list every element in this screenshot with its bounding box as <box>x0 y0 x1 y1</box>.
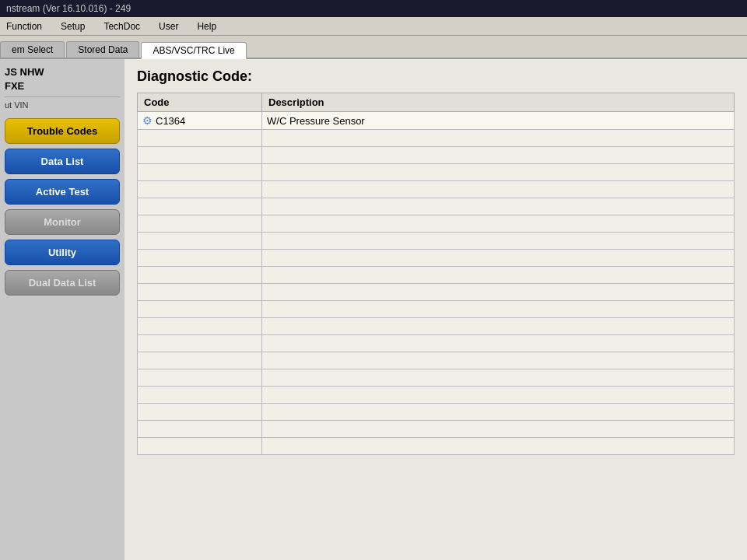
active-test-button[interactable]: Active Test <box>5 179 120 205</box>
cell-code <box>138 215 262 233</box>
vin-label: ut VIN <box>5 96 120 110</box>
cell-code <box>138 233 262 250</box>
cell-code <box>138 267 262 284</box>
col-header-code: Code <box>138 93 262 112</box>
menu-user[interactable]: User <box>156 20 181 33</box>
table-row[interactable]: ⚙C1364W/C Pressure Sensor <box>138 112 735 130</box>
cell-description <box>262 198 735 215</box>
cell-description <box>262 387 735 404</box>
menu-techdoc[interactable]: TechDoc <box>100 20 143 33</box>
cell-description <box>262 301 735 318</box>
table-row <box>138 198 735 215</box>
menu-setup[interactable]: Setup <box>58 20 88 33</box>
cell-code: ⚙C1364 <box>138 112 262 130</box>
cell-code <box>138 301 262 318</box>
table-row <box>138 267 735 284</box>
table-row <box>138 284 735 301</box>
cell-code <box>138 284 262 301</box>
table-row <box>138 404 735 421</box>
utility-button[interactable]: Utility <box>5 240 120 265</box>
cell-code <box>138 387 262 404</box>
table-row <box>138 301 735 318</box>
cell-code <box>138 164 262 181</box>
menu-function[interactable]: Function <box>3 20 45 33</box>
table-row <box>138 164 735 181</box>
table-row <box>138 250 735 267</box>
cell-description <box>262 369 735 387</box>
table-row <box>138 352 735 369</box>
cell-code <box>138 352 262 369</box>
sidebar: JS NHW FXE ut VIN Trouble Codes Data Lis… <box>0 59 124 560</box>
menu-help[interactable]: Help <box>194 20 219 33</box>
cell-code <box>138 421 262 438</box>
cell-description <box>262 181 735 198</box>
cell-description: W/C Pressure Sensor <box>262 112 735 130</box>
data-list-button[interactable]: Data List <box>5 149 120 174</box>
cell-code <box>138 198 262 215</box>
menu-bar: Function Setup TechDoc User Help <box>0 17 747 36</box>
title-bar: nstream (Ver 16.10.016) - 249 <box>0 0 747 17</box>
table-row <box>138 181 735 198</box>
vehicle-model-line2: FXE <box>5 79 120 93</box>
cell-code <box>138 130 262 147</box>
table-row <box>138 233 735 250</box>
cell-description <box>262 267 735 284</box>
trouble-codes-button[interactable]: Trouble Codes <box>5 118 120 144</box>
cell-description <box>262 335 735 352</box>
cell-description <box>262 284 735 301</box>
table-row <box>138 369 735 387</box>
table-row <box>138 387 735 404</box>
col-header-description: Description <box>262 93 735 112</box>
cell-description <box>262 404 735 421</box>
cell-code <box>138 438 262 455</box>
vehicle-info: JS NHW FXE ut VIN <box>5 65 120 110</box>
content-area: Diagnostic Code: Code Description ⚙C1364… <box>124 59 747 560</box>
vehicle-model-line1: JS NHW <box>5 65 120 79</box>
monitor-button[interactable]: Monitor <box>5 209 120 235</box>
title-text: nstream (Ver 16.10.016) - 249 <box>6 3 131 14</box>
tab-abs-live[interactable]: ABS/VSC/TRC Live <box>141 42 246 59</box>
cell-description <box>262 164 735 181</box>
table-row <box>138 421 735 438</box>
table-row <box>138 438 735 455</box>
cell-code <box>138 318 262 335</box>
cell-description <box>262 233 735 250</box>
table-row <box>138 130 735 147</box>
table-row <box>138 318 735 335</box>
diag-title: Diagnostic Code: <box>137 68 735 85</box>
cell-code <box>138 404 262 421</box>
cell-description <box>262 147 735 164</box>
tab-em-select[interactable]: em Select <box>0 41 65 58</box>
tab-stored-data[interactable]: Stored Data <box>66 41 139 58</box>
cell-code <box>138 250 262 267</box>
table-row <box>138 147 735 164</box>
cell-description <box>262 352 735 369</box>
diagnostic-table: Code Description ⚙C1364W/C Pressure Sens… <box>137 93 735 455</box>
cell-code <box>138 181 262 198</box>
cell-code <box>138 335 262 352</box>
tab-bar: em Select Stored Data ABS/VSC/TRC Live <box>0 36 747 59</box>
cell-description <box>262 130 735 147</box>
cell-description <box>262 215 735 233</box>
cell-description <box>262 250 735 267</box>
cell-code <box>138 147 262 164</box>
cell-description <box>262 318 735 335</box>
dual-data-list-button[interactable]: Dual Data List <box>5 270 120 296</box>
cell-description <box>262 438 735 455</box>
cell-description <box>262 421 735 438</box>
cell-code <box>138 369 262 387</box>
main-layout: JS NHW FXE ut VIN Trouble Codes Data Lis… <box>0 59 747 560</box>
table-row <box>138 335 735 352</box>
table-row <box>138 215 735 233</box>
gear-icon: ⚙ <box>142 114 153 127</box>
